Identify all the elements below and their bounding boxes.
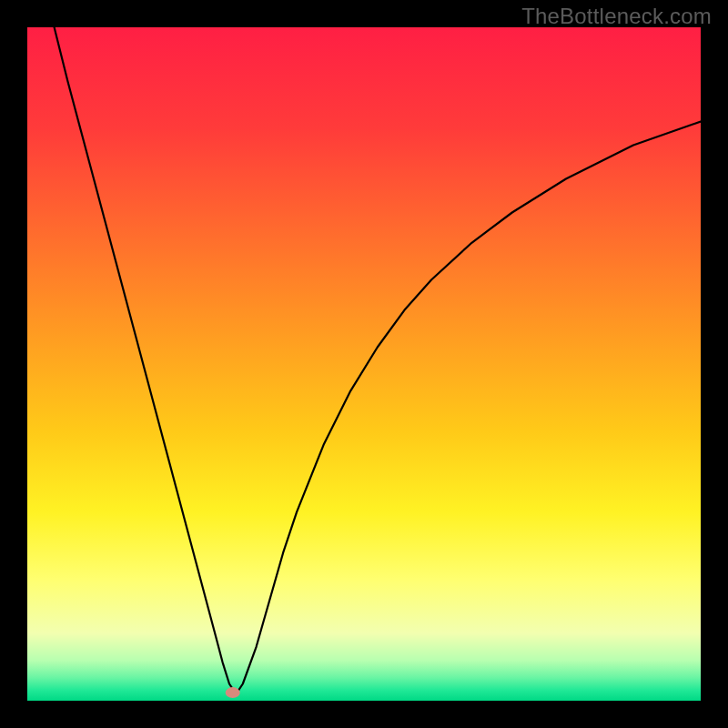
plot-area — [27, 27, 701, 701]
optimum-marker — [226, 687, 240, 698]
watermark-text: TheBottleneck.com — [521, 4, 712, 29]
bottleneck-chart — [27, 27, 701, 701]
chart-container: TheBottleneck.com — [0, 0, 728, 728]
svg-rect-0 — [27, 27, 701, 701]
